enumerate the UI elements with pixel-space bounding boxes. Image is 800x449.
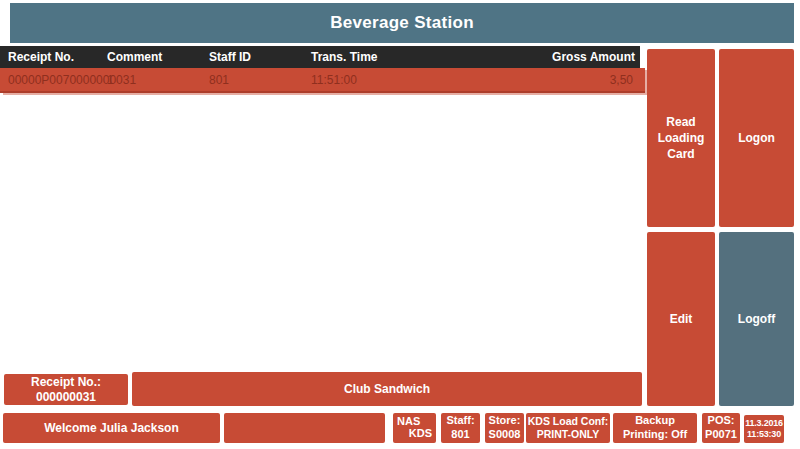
kds-load-conf-label: KDS Load Conf: (528, 415, 609, 428)
cell-trans-time: 11:51:00 (311, 73, 461, 87)
welcome-panel: Welcome Julia Jackson (3, 413, 220, 443)
staff-value: 801 (451, 428, 469, 442)
date-value: 11.3.2016 (745, 418, 783, 429)
read-loading-card-button[interactable]: Read Loading Card (647, 49, 715, 227)
staff-panel: Staff: 801 (441, 413, 480, 443)
pos-value: P0071 (705, 428, 737, 442)
col-staff-id: Staff ID (209, 50, 311, 64)
pos-label: POS: (708, 414, 735, 428)
title-bar: Beverage Station (10, 3, 794, 43)
kds-label: KDS (409, 427, 432, 441)
cell-receipt-no: 00000P0070000000031 (0, 73, 107, 87)
store-value: S0008 (489, 428, 521, 442)
store-panel: Store: S0008 (485, 413, 524, 443)
staff-label: Staff: (446, 414, 474, 428)
col-trans-time: Trans. Time (311, 50, 461, 64)
col-gross-amount: Gross Amount (461, 50, 640, 64)
kds-load-conf-panel: KDS Load Conf: PRINT-ONLY (526, 413, 610, 443)
edit-button[interactable]: Edit (647, 232, 715, 406)
receipts-table: Receipt No. Comment Staff ID Trans. Time… (0, 46, 648, 93)
page-title: Beverage Station (330, 13, 474, 33)
item-display-banner: Club Sandwich (132, 372, 642, 406)
kds-load-conf-value: PRINT-ONLY (537, 428, 600, 441)
app-root: Beverage Station Receipt No. Comment Sta… (0, 0, 800, 449)
logon-button[interactable]: Logon (719, 49, 794, 227)
receipt-number-panel: Receipt No.: 000000031 (4, 374, 128, 405)
nas-kds-panel: NAS KDS (393, 413, 436, 443)
store-label: Store: (489, 414, 521, 428)
backup-printing-line1: Backup (635, 414, 675, 428)
col-receipt-no: Receipt No. (0, 50, 107, 64)
receipt-number-value: 000000031 (36, 390, 96, 405)
receipt-number-label: Receipt No.: (31, 375, 101, 390)
time-value: 11:53:30 (747, 429, 781, 440)
backup-printing-line2: Printing: Off (623, 428, 687, 442)
backup-printing-panel: Backup Printing: Off (613, 413, 697, 443)
table-header-row: Receipt No. Comment Staff ID Trans. Time… (0, 46, 640, 68)
spare-status-panel (224, 413, 385, 443)
cell-gross-amount: 3,50 (461, 73, 645, 87)
col-comment: Comment (107, 50, 209, 64)
logoff-button[interactable]: Logoff (719, 232, 794, 406)
cell-staff-id: 801 (209, 73, 311, 87)
datetime-panel: 11.3.2016 11:53:30 (744, 415, 784, 443)
pos-panel: POS: P0071 (702, 413, 740, 443)
table-row[interactable]: 00000P0070000000031 1 801 11:51:00 3,50 (0, 68, 645, 93)
cell-comment: 1 (107, 73, 209, 87)
